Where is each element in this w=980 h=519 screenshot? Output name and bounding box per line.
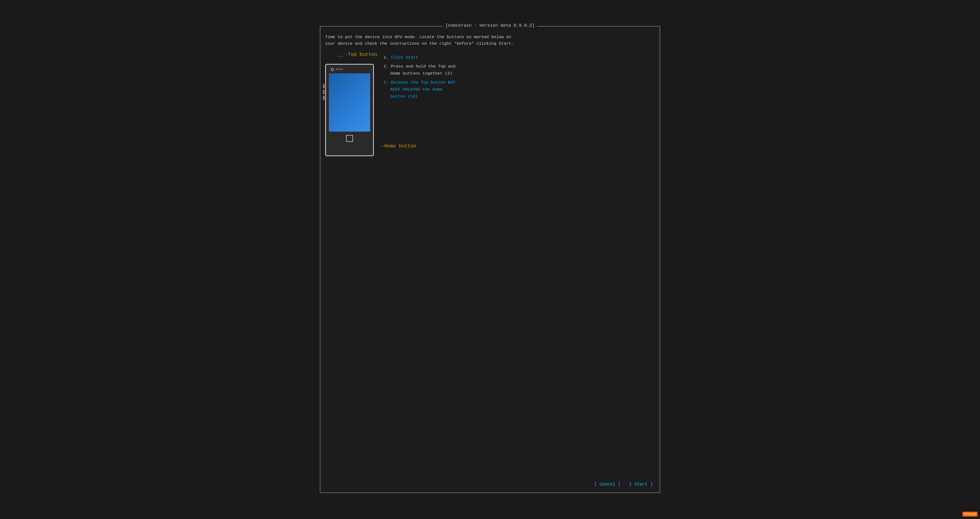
intro-text: Time to put the device into DFU mode. Lo… (325, 34, 655, 47)
side-button-3 (323, 96, 325, 100)
top-button-annotation: __ -Top button (337, 52, 377, 57)
step2: 2. Press and hold the Top and Home butto… (383, 63, 655, 77)
step2-number: 2. (383, 64, 388, 69)
step3-text: Release the Top button BUT (391, 80, 455, 85)
home-button-label: -Home button (381, 143, 416, 149)
side-button-2 (323, 90, 325, 94)
cancel-button[interactable]: [ Cancel ] (592, 481, 622, 488)
terminal-window: [checkra1n - Version beta 0.9.8.2] Time … (320, 26, 660, 493)
top-button-label: -Top button (345, 52, 377, 57)
step3-number: 3. (383, 80, 388, 85)
step1-number: 1. (383, 55, 388, 60)
bottom-buttons: [ Cancel ] [ Start ] (325, 476, 655, 488)
step3: 3. Release the Top button BUT KEEP HOLDI… (383, 79, 655, 100)
top-dashes: __ (337, 52, 344, 57)
step3-text2: KEEP HOLDING the Home (390, 87, 442, 92)
phone-screen (329, 73, 370, 132)
intro-line1: Time to put the device into DFU mode. Lo… (325, 34, 655, 40)
device-section: __ -Top button === (325, 52, 374, 156)
step1: 1. Click Start (383, 54, 655, 61)
intro-line2: your device and check the instructions o… (325, 40, 655, 47)
phone-top-bar: === (328, 68, 371, 71)
step1-text: Click Start (391, 55, 418, 60)
phone-container: === -Home button (325, 64, 374, 156)
phone-frame: === (325, 64, 374, 156)
phone-speaker: === (336, 68, 343, 71)
step2-text: Press and hold the Top and (391, 64, 455, 69)
side-buttons (323, 84, 325, 100)
start-button[interactable]: [ Start ] (627, 481, 655, 488)
side-button-1 (323, 84, 325, 89)
instructions-section: 1. Click Start 2. Press and hold the Top… (383, 52, 655, 102)
main-content: __ -Top button === (325, 52, 655, 476)
watermark: 环球优先网 (963, 512, 978, 517)
window-title: [checkra1n - Version beta 0.9.8.2] (445, 23, 535, 28)
title-bar: [checkra1n - Version beta 0.9.8.2] (443, 23, 537, 28)
phone-camera (331, 68, 334, 71)
step2-text2: Home buttons together (2) (390, 71, 452, 76)
step3-text3: button (10) (390, 94, 418, 99)
phone-home-button (346, 135, 353, 142)
home-button-annotation: -Home button (381, 143, 416, 149)
